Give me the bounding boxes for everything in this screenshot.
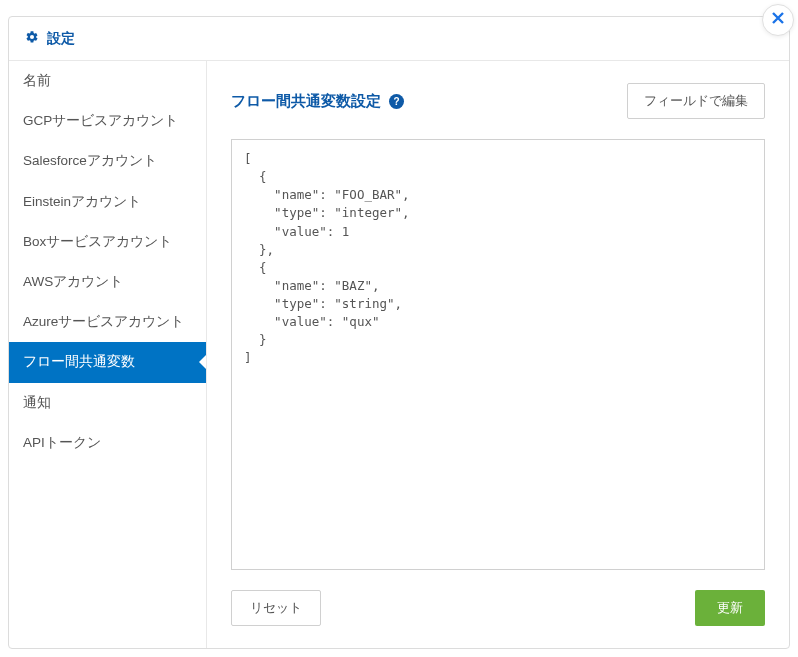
modal-title: 設定 [47, 30, 75, 48]
sidebar-item-notifications[interactable]: 通知 [9, 383, 206, 423]
sidebar-item-label: Einsteinアカウント [23, 194, 141, 209]
sidebar-item-label: 通知 [23, 395, 51, 410]
content-footer: リセット 更新 [231, 590, 765, 626]
field-edit-button[interactable]: フィールドで編集 [627, 83, 765, 119]
sidebar-item-shared-variables[interactable]: フロー間共通変数 [9, 342, 206, 382]
close-button[interactable] [762, 4, 794, 36]
sidebar-item-label: Boxサービスアカウント [23, 234, 172, 249]
settings-sidebar: 名前 GCPサービスアカウント Salesforceアカウント Einstein… [9, 61, 207, 648]
sidebar-item-label: Salesforceアカウント [23, 153, 157, 168]
close-icon [770, 10, 786, 30]
content-pane: フロー間共通変数設定 ? フィールドで編集 リセット 更新 [207, 61, 789, 648]
sidebar-item-box[interactable]: Boxサービスアカウント [9, 222, 206, 262]
sidebar-item-name[interactable]: 名前 [9, 61, 206, 101]
sidebar-item-label: APIトークン [23, 435, 101, 450]
sidebar-item-aws[interactable]: AWSアカウント [9, 262, 206, 302]
help-icon[interactable]: ? [389, 94, 404, 109]
sidebar-item-salesforce[interactable]: Salesforceアカウント [9, 141, 206, 181]
sidebar-item-label: AWSアカウント [23, 274, 123, 289]
content-title-row: フロー間共通変数設定 ? [231, 92, 404, 111]
sidebar-item-azure[interactable]: Azureサービスアカウント [9, 302, 206, 342]
reset-button[interactable]: リセット [231, 590, 321, 626]
sidebar-item-gcp[interactable]: GCPサービスアカウント [9, 101, 206, 141]
settings-modal: 設定 名前 GCPサービスアカウント Salesforceアカウント Einst… [8, 16, 790, 649]
sidebar-item-api-token[interactable]: APIトークン [9, 423, 206, 463]
update-button[interactable]: 更新 [695, 590, 765, 626]
sidebar-item-label: 名前 [23, 73, 51, 88]
sidebar-item-einstein[interactable]: Einsteinアカウント [9, 182, 206, 222]
variables-json-editor[interactable] [231, 139, 765, 570]
gear-icon [25, 30, 47, 47]
sidebar-item-label: GCPサービスアカウント [23, 113, 178, 128]
modal-header: 設定 [9, 17, 789, 61]
content-title: フロー間共通変数設定 [231, 92, 381, 111]
sidebar-item-label: Azureサービスアカウント [23, 314, 184, 329]
content-header: フロー間共通変数設定 ? フィールドで編集 [231, 83, 765, 119]
sidebar-item-label: フロー間共通変数 [23, 354, 135, 369]
